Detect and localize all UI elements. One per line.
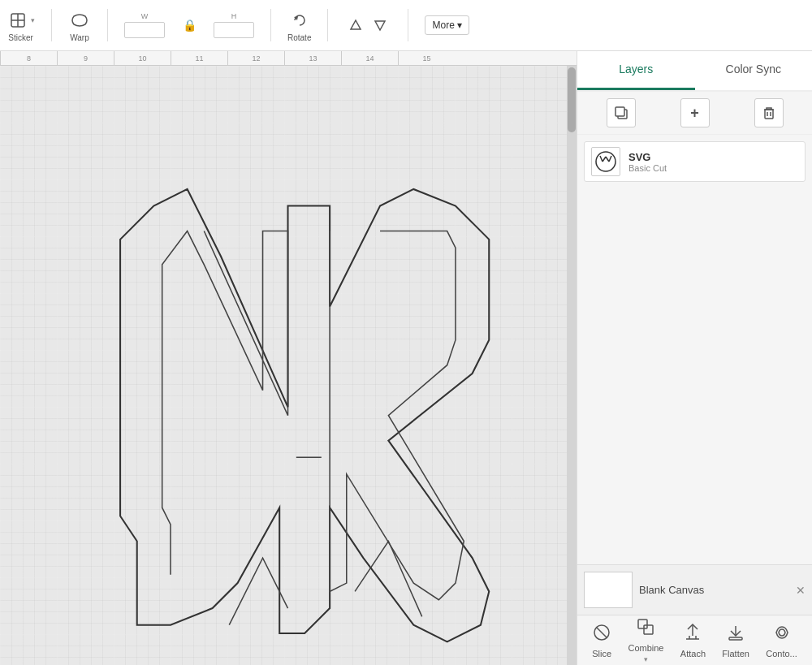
panel-toolbar: + (577, 92, 812, 135)
canvas-close-button[interactable]: ✕ (796, 584, 806, 597)
delete-button[interactable] (754, 98, 784, 127)
ruler-mark-12: 12 (227, 51, 284, 65)
ruler-mark-9: 9 (57, 51, 114, 65)
ruler-mark-10: 10 (114, 51, 171, 65)
contour-tool[interactable]: Conto... (759, 620, 804, 662)
separator-5 (408, 9, 408, 41)
combine-arrow: ▾ (644, 655, 648, 663)
separator-3 (270, 9, 271, 41)
flatten-label: Flatten (722, 649, 749, 659)
rotate-label: Rotate (287, 33, 311, 42)
svg-line-12 (600, 156, 603, 162)
flatten-tool[interactable]: Flatten (715, 620, 756, 662)
height-label: H (231, 12, 237, 20)
layer-thumb-svg (591, 147, 620, 176)
ny-logo-svg (65, 139, 536, 659)
separator-1 (51, 9, 52, 41)
lock-icon[interactable]: 🔒 (178, 14, 201, 37)
contour-label: Conto... (766, 649, 797, 659)
ruler-mark-8: 8 (0, 51, 57, 65)
more-button[interactable]: More ▾ (425, 15, 469, 35)
tab-layers[interactable]: Layers (577, 51, 695, 90)
height-input[interactable] (214, 22, 254, 38)
ruler-mark-15: 15 (398, 51, 455, 65)
width-input-group: W (124, 12, 165, 38)
ruler-top: 8 9 10 11 12 13 14 15 (0, 51, 577, 66)
warp-label: Warp (70, 33, 89, 42)
canvas-thumb (584, 572, 633, 608)
sticker-label: Sticker (8, 33, 33, 42)
rotate-icon[interactable] (288, 9, 311, 32)
panel-bottom-toolbar: Slice Combine ▾ (577, 615, 812, 665)
canvas-area[interactable]: 8 9 10 11 12 13 14 15 (0, 51, 577, 665)
canvas-label: Blank Canvas (639, 584, 704, 596)
svg-line-15 (609, 156, 611, 162)
svg-rect-8 (765, 110, 773, 119)
top-toolbar: ▾ Sticker Warp W 🔒 H Rotate (0, 0, 812, 51)
attach-label: Attach (680, 649, 706, 659)
separator-2 (107, 9, 108, 41)
layer-info-svg: SVG Basic Cut (628, 151, 667, 173)
ruler-mark-14: 14 (341, 51, 398, 65)
ruler-mark-11: 11 (171, 51, 227, 65)
layer-type-svg: Basic Cut (628, 163, 667, 173)
main-area: 8 9 10 11 12 13 14 15 (0, 51, 812, 665)
svg-point-11 (596, 152, 615, 171)
warp-tool[interactable]: Warp (68, 9, 91, 42)
svg-rect-18 (638, 620, 647, 628)
warp-icon[interactable] (68, 9, 91, 32)
svg-rect-19 (644, 625, 653, 634)
move-up-icon[interactable] (344, 14, 367, 37)
combine-icon (636, 617, 655, 641)
canvas-grid[interactable] (0, 66, 567, 665)
sticker-tool[interactable]: ▾ Sticker (6, 9, 35, 42)
svg-line-14 (606, 157, 609, 162)
lock-toggle[interactable]: 🔒 (178, 14, 201, 37)
scrollbar-right[interactable] (567, 66, 577, 665)
add-button[interactable]: + (680, 98, 710, 127)
duplicate-button[interactable] (607, 98, 636, 127)
ruler-mark-13: 13 (284, 51, 341, 65)
height-input-group: H (214, 12, 254, 38)
slice-icon (592, 623, 611, 646)
svg-marker-5 (375, 21, 385, 30)
svg-line-13 (603, 157, 606, 162)
width-label: W (141, 12, 149, 20)
layer-name-svg: SVG (628, 151, 667, 163)
attach-tool[interactable]: Attach (674, 620, 712, 662)
flatten-icon (726, 623, 745, 646)
svg-rect-20 (729, 637, 742, 640)
rotate-tool[interactable]: Rotate (287, 9, 311, 42)
sticker-icon[interactable] (6, 9, 29, 32)
contour-icon (772, 623, 792, 646)
panel-tabs: Layers Color Sync (577, 51, 812, 92)
ruler-numbers: 8 9 10 11 12 13 14 15 (0, 51, 455, 65)
svg-rect-7 (615, 107, 624, 116)
slice-tool[interactable]: Slice (585, 620, 618, 662)
more-arrow: ▾ (457, 19, 462, 31)
move-down-icon[interactable] (369, 14, 391, 37)
combine-tool[interactable]: Combine ▾ (621, 614, 670, 665)
more-label: More (432, 19, 454, 31)
scrollbar-thumb[interactable] (568, 67, 576, 132)
canvas-preview: Blank Canvas ✕ (577, 564, 812, 615)
width-input[interactable] (124, 22, 165, 38)
layer-item-svg[interactable]: SVG Basic Cut (584, 141, 806, 182)
position-tools (344, 14, 391, 37)
tab-color-sync[interactable]: Color Sync (695, 51, 813, 90)
svg-marker-4 (351, 20, 361, 29)
attach-icon (683, 623, 702, 646)
slice-label: Slice (592, 649, 611, 659)
separator-4 (327, 9, 328, 41)
layers-list: SVG Basic Cut (577, 135, 812, 564)
right-panel: Layers Color Sync + (577, 51, 812, 665)
svg-line-17 (597, 628, 607, 637)
combine-label: Combine (628, 643, 663, 653)
